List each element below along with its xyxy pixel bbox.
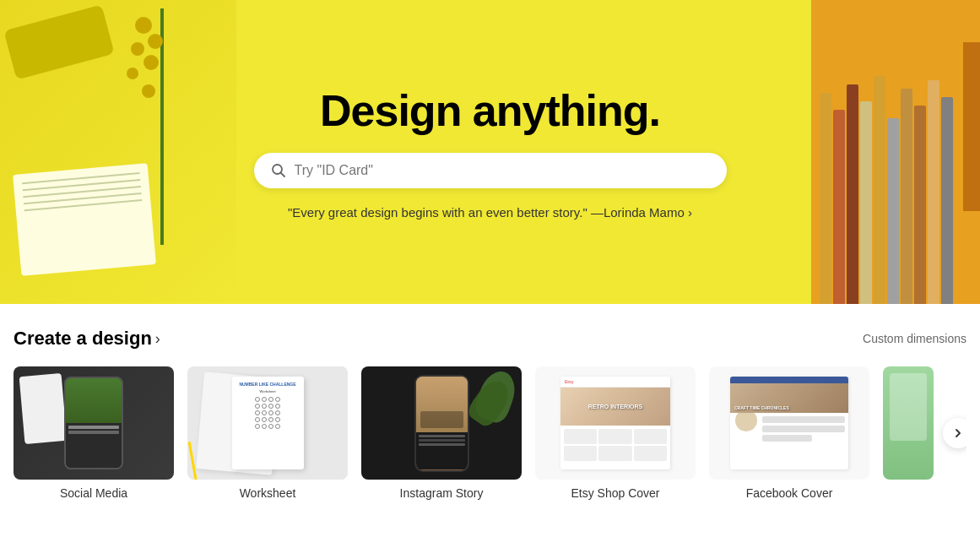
etsy-header-bar: Etsy [560,377,670,388]
facebook-sidebar [762,416,845,444]
section-title[interactable]: Create a design › [14,328,160,350]
design-card-instagram-story[interactable]: Instagram Story [361,366,522,500]
hero-quote: "Every great design begins with an even … [288,205,692,220]
flower-petal [135,17,152,34]
instagram-screen [416,377,468,470]
phone-screen [66,378,122,468]
card-image-etsy-shop-cover: Etsy RETRO INTERIORS [535,366,696,480]
hero-banner: Design anything. "Every great design beg… [0,0,980,304]
card-label-instagram-story: Instagram Story [361,486,522,500]
etsy-paper: Etsy RETRO INTERIORS [560,377,670,469]
phone-mockup [64,377,123,469]
pencil-box-decoration [811,0,980,304]
social-media-thumb [14,366,174,480]
section-header: Create a design › Custom dimensions [14,328,966,350]
search-bar[interactable] [254,153,727,188]
worksheet-thumb: NUMBER LIKE CHALLENGE Worksheet [187,366,348,480]
design-card-facebook-cover[interactable]: CRAFT TIME CHRONICLES [709,366,869,500]
worksheet-paper: NUMBER LIKE CHALLENGE Worksheet [232,377,304,469]
ws-title: Worksheet [237,389,299,393]
hero-title: Design anything. [320,85,660,136]
design-card-partial [883,366,934,500]
card-image-social-media [14,366,174,480]
card-label-social-media: Social Media [14,486,174,500]
facebook-content [730,413,848,448]
facebook-top-bar [730,377,848,383]
design-card-etsy-shop-cover[interactable]: Etsy RETRO INTERIORS [535,366,696,500]
partial-thumb [883,366,934,480]
hero-content: Design anything. "Every great design beg… [254,85,727,220]
flower-petal [143,55,159,70]
cards-next-arrow[interactable] [943,418,966,448]
main-content: Create a design › Custom dimensions [0,304,980,517]
instagram-phone-mockup [414,375,469,472]
section-title-arrow: › [155,330,160,348]
card-label-worksheet: Worksheet [187,486,348,500]
design-card-social-media[interactable]: Social Media [14,366,174,500]
notepad-decoration [13,163,156,275]
facebook-thumb: CRAFT TIME CHRONICLES [709,366,869,480]
card-label-etsy-shop-cover: Etsy Shop Cover [535,486,696,500]
design-card-worksheet[interactable]: NUMBER LIKE CHALLENGE Worksheet Workshee… [187,366,348,500]
card-image-facebook-cover: CRAFT TIME CHRONICLES [709,366,869,480]
search-icon [271,163,286,178]
flower-petal [131,42,144,56]
card-image-worksheet: NUMBER LIKE CHALLENGE Worksheet [187,366,348,480]
svg-line-1 [280,172,284,176]
design-cards-wrapper: Social Media NUMBER LIKE CHALLENGE Works… [14,366,966,500]
etsy-product-grid [560,426,670,464]
stapler-decoration [3,4,114,79]
flower-petal [127,68,138,79]
design-cards-list: Social Media NUMBER LIKE CHALLENGE Works… [14,366,966,500]
hero-left-decoration [0,0,236,304]
facebook-paper: CRAFT TIME CHRONICLES [730,377,848,469]
hero-quote-link[interactable]: "Every great design begins with an even … [288,205,692,220]
card-label-facebook-cover: Facebook Cover [709,486,869,500]
ws-header: NUMBER LIKE CHALLENGE [237,382,299,387]
card-image-instagram-story [361,366,522,480]
etsy-hero-text: RETRO INTERIORS [588,404,643,410]
section-title-text: Create a design [14,328,152,350]
instagram-thumb [361,366,522,480]
flower-petal [148,34,163,49]
etsy-thumb: Etsy RETRO INTERIORS [535,366,696,480]
search-input[interactable] [295,163,710,178]
etsy-hero-image: RETRO INTERIORS [560,388,670,426]
custom-dimensions-link[interactable]: Custom dimensions [863,332,966,345]
flower-petal [142,84,155,98]
